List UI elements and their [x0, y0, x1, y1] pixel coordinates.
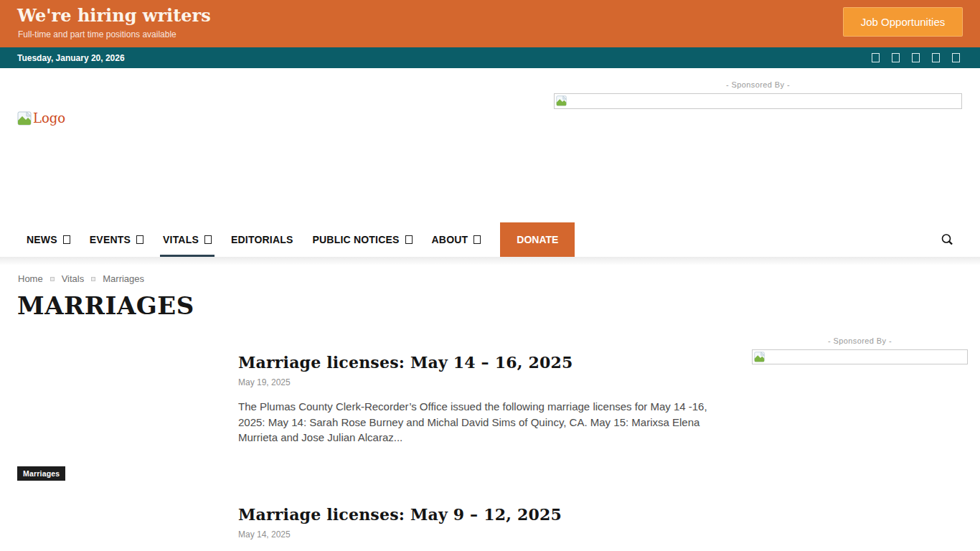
chevron-down-icon [136, 235, 143, 244]
page: We're hiring writers Full-time and part … [0, 0, 980, 551]
breadcrumb-vitals[interactable]: Vitals [62, 273, 85, 284]
breadcrumb-marriages: Marriages [103, 273, 144, 284]
social-icon-3[interactable] [912, 53, 920, 62]
nav-item-editorials[interactable]: EDITORIALS [231, 222, 293, 257]
search-button[interactable] [940, 222, 954, 257]
chevron-down-icon [204, 235, 212, 244]
nav-item-public-notices[interactable]: PUBLIC NOTICES [313, 222, 413, 257]
article-date: May 19, 2025 [238, 377, 291, 387]
breadcrumb-home[interactable]: Home [18, 273, 43, 284]
broken-image-icon [556, 95, 567, 106]
current-date: Tuesday, January 20, 2026 [17, 53, 125, 63]
sponsored-by-label-sidebar: - Sponsored By - [752, 336, 968, 345]
banner-subtitle: Full-time and part time positions availa… [18, 29, 176, 39]
broken-image-icon [17, 111, 32, 126]
article-title[interactable]: Marriage licenses: May 14 – 16, 2025 [238, 353, 573, 372]
hiring-banner: We're hiring writers Full-time and part … [0, 0, 980, 47]
chevron-down-icon [63, 235, 70, 244]
article-date: May 14, 2025 [238, 529, 291, 540]
nav-label: PUBLIC NOTICES [313, 234, 400, 245]
search-icon [940, 232, 954, 247]
main-nav: NEWS EVENTS VITALS EDITORIALS PUBLIC NOT… [0, 222, 980, 257]
social-icon-2[interactable] [892, 53, 900, 62]
banner-title: We're hiring writers [17, 5, 211, 26]
nav-label: EVENTS [90, 234, 131, 245]
site-logo[interactable]: Logo [17, 110, 65, 126]
chevron-down-icon [473, 235, 481, 244]
broken-image-icon [754, 352, 765, 362]
article-title[interactable]: Marriage licenses: May 9 – 12, 2025 [238, 505, 562, 524]
nav-item-news[interactable]: NEWS [27, 222, 70, 257]
sponsored-by-label-top: - Sponsored By - [554, 80, 962, 89]
ad-banner-sidebar[interactable] [752, 349, 968, 364]
social-icon-1[interactable] [872, 53, 880, 62]
nav-shadow [0, 257, 980, 265]
breadcrumb-separator-icon [50, 277, 55, 281]
ad-banner-top[interactable] [554, 93, 962, 109]
category-badge[interactable]: Marriages [17, 466, 65, 481]
logo-alt-text: Logo [33, 110, 65, 126]
donate-button[interactable]: DONATE [500, 222, 575, 257]
article-excerpt: The Plumas County Clerk-Recorder’s Offic… [238, 399, 709, 446]
social-icons [872, 53, 960, 62]
nav-label: NEWS [27, 234, 57, 245]
nav-item-about[interactable]: ABOUT [432, 222, 481, 257]
article-thumbnail[interactable]: Marriages [17, 337, 221, 481]
date-bar: Tuesday, January 20, 2026 [0, 47, 980, 68]
nav-item-events[interactable]: EVENTS [90, 222, 143, 257]
nav-item-vitals[interactable]: VITALS [163, 222, 212, 257]
breadcrumb-separator-icon [91, 277, 95, 281]
breadcrumb: Home Vitals Marriages [18, 273, 144, 284]
nav-label: ABOUT [432, 234, 468, 245]
chevron-down-icon [405, 235, 413, 244]
page-title: MARRIAGES [17, 291, 194, 320]
nav-label: VITALS [163, 234, 199, 245]
social-icon-4[interactable] [932, 53, 940, 62]
social-icon-5[interactable] [952, 53, 960, 62]
nav-label: EDITORIALS [231, 234, 293, 245]
job-opportunities-button[interactable]: Job Opportunities [843, 7, 963, 37]
